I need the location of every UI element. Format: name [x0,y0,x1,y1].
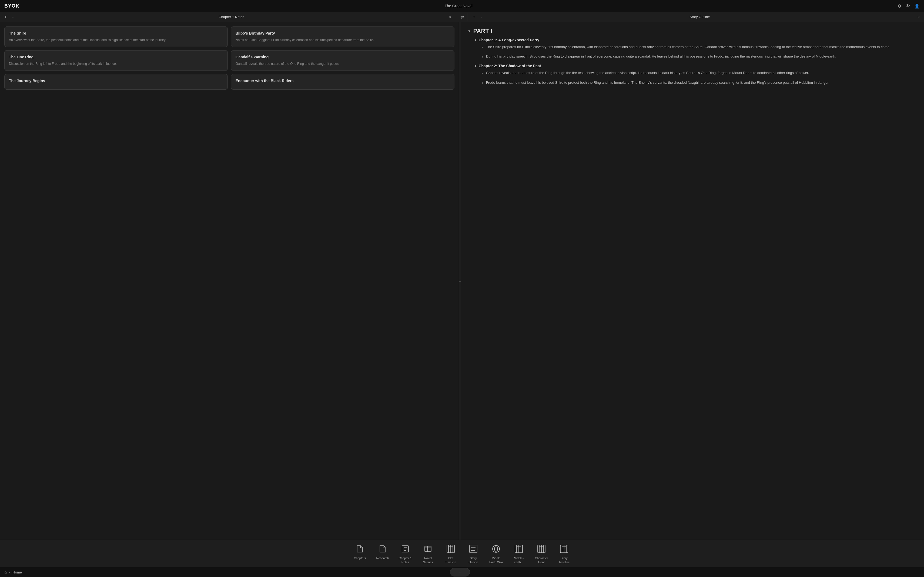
note-card-title: The Shire [9,31,223,35]
dock-label-storytimeline: Story Timeline [558,556,569,564]
bullet-text: During his birthday speech, Bilbo uses t… [486,54,836,60]
dock-label-research: Research [376,556,389,560]
note-card[interactable]: The ShireAn overview of the Shire, the p… [4,26,228,47]
topbar: BYOK The Great Novel ⚙ 👁 👤 [0,0,924,12]
chapter-triangle-icon: ▼ [474,64,477,68]
dock-item-middleearth2[interactable]: Middle- earth... [511,543,527,564]
tabbar-left: + - Chapter 1 Notes × [0,13,456,21]
statusbar-left: ⌂ ‹ Home [4,570,22,575]
outline-chapter-title: ▼Chapter 1: A Long-expected Party [474,38,918,42]
outline-bullets: •The Shire prepares for Bilbo's eleventy… [482,44,918,61]
note-card[interactable]: Gandalf's WarningGandalf reveals the tru… [231,50,455,71]
app-logo: BYOK [4,3,19,9]
dock-item-charactergear[interactable]: Character Gear [533,543,550,564]
left-tab-minus[interactable]: - [10,13,16,21]
outline-bullet: •The Shire prepares for Bilbo's eleventy… [482,44,918,51]
bullet-text: Gandalf reveals the true nature of the R… [486,70,809,76]
right-tab-minus[interactable]: - [479,13,484,21]
preview-icon[interactable]: 👁 [906,3,910,8]
right-tab-add[interactable]: + [471,13,477,21]
dock-label-plottimeline: Plot Timeline [445,556,456,564]
back-button[interactable]: ‹ [9,570,11,574]
left-tab-label: Chapter 1 Notes [17,15,446,19]
note-card-body: Notes on Bilbo Baggins' 111th birthday c… [235,37,450,42]
dock-icon-charactergear [536,543,547,554]
dock-item-middleearthwiki[interactable]: Middle Earth Wiki [488,543,504,564]
right-panel: ▼PART I▼Chapter 1: A Long-expected Party… [461,22,924,540]
dock-icon-research [377,543,388,554]
note-card-body: An overview of the Shire, the peaceful h… [9,37,223,42]
user-icon[interactable]: 👤 [914,3,920,9]
outline-part-title: ▼PART I [468,27,918,35]
dock-item-chapters[interactable]: Chapters [352,543,368,564]
right-tab-label: Story Outline [485,15,914,19]
dock-item-novelscenes[interactable]: Novel Scenes [420,543,436,564]
statusbar-center: + [22,568,898,577]
dock-label-middleearthwiki: Middle Earth Wiki [489,556,503,564]
note-card-title: Gandalf's Warning [235,55,450,59]
home-icon[interactable]: ⌂ [4,570,7,575]
dock-icon-middleearth2 [513,543,524,554]
svg-rect-1 [425,546,431,551]
chapter-title-text: Chapter 2: The Shadow of the Past [479,64,541,68]
tab-divider2 [467,13,468,21]
dock-icon-plottimeline [445,543,456,554]
note-card-title: The One Ring [9,55,223,59]
note-card[interactable]: The One RingDiscussion on the Ring left … [4,50,228,71]
tab-divider [457,13,457,21]
note-card-body: Gandalf reveals the true nature of the O… [235,61,450,66]
dock-label-chapter1notes: Chapter 1 Notes [399,556,412,564]
bullet-text: The Shire prepares for Bilbo's eleventy-… [486,44,890,50]
dock-item-storyoutline[interactable]: Story Outline [465,543,481,564]
dock-label-chapters: Chapters [354,556,366,560]
new-item-plus-icon: + [459,570,461,575]
dock-item-research[interactable]: Research [374,543,391,564]
topbar-icons: ⚙ 👁 👤 [898,3,920,9]
note-card-title: The Journey Begins [9,79,223,83]
note-card[interactable]: Bilbo's Birthday PartyNotes on Bilbo Bag… [231,26,455,47]
settings-icon[interactable]: ⚙ [898,3,901,9]
note-card[interactable]: Encounter with the Black Riders [231,74,455,90]
bullet-dot-icon: • [482,44,483,51]
chapter-title-text: Chapter 1: A Long-expected Party [479,38,539,42]
outline-bullet: •Gandalf reveals the true nature of the … [482,70,918,77]
dock-icon-storytimeline [558,543,570,554]
dock-label-charactergear: Character Gear [535,556,548,564]
triangle-down-icon: ▼ [468,29,471,33]
panel-resize-handle[interactable]: ≡ [459,22,461,540]
bullet-dot-icon: • [482,80,483,87]
dock-icon-chapter1notes [400,543,411,554]
note-card-title: Encounter with the Black Riders [235,79,450,83]
right-tab-close[interactable]: × [915,14,922,20]
dock-item-plottimeline[interactable]: Plot Timeline [443,543,459,564]
tab-swap-btn[interactable]: ⇄ [458,13,466,21]
dock-label-storyoutline: Story Outline [469,556,478,564]
left-tab-close[interactable]: × [447,14,453,20]
tabbar-right: + - Story Outline × [468,13,924,21]
left-tab-add[interactable]: + [2,13,9,21]
bottom-dock: ChaptersResearchChapter 1 NotesNovel Sce… [0,540,924,567]
part-title-text: PART I [473,27,492,35]
outline-chapter: ▼Chapter 1: A Long-expected Party•The Sh… [474,38,918,61]
outline-bullet: •During his birthday speech, Bilbo uses … [482,54,918,61]
new-item-button[interactable]: + [450,568,470,577]
dock-item-storytimeline[interactable]: Story Timeline [556,543,572,564]
dock-item-chapter1notes[interactable]: Chapter 1 Notes [397,543,413,564]
note-card-title: Bilbo's Birthday Party [235,31,450,35]
outline-chapter-title: ▼Chapter 2: The Shadow of the Past [474,64,918,68]
note-card[interactable]: The Journey Begins [4,74,228,90]
dock-icon-chapters [354,543,366,554]
note-card-body: Discussion on the Ring left to Frodo and… [9,61,223,66]
dock-label-novelscenes: Novel Scenes [423,556,433,564]
breadcrumb-path: Home [13,570,22,574]
outline-part: ▼PART I▼Chapter 1: A Long-expected Party… [468,27,918,87]
main-content: The ShireAn overview of the Shire, the p… [0,22,924,540]
chapter-triangle-icon: ▼ [474,39,477,42]
statusbar: ⌂ ‹ Home + [0,567,924,577]
left-panel: The ShireAn overview of the Shire, the p… [0,22,459,540]
dock-icon-novelscenes [422,543,434,554]
outline-chapter: ▼Chapter 2: The Shadow of the Past•Ganda… [474,64,918,87]
dock-icon-storyoutline [468,543,479,554]
outline-bullets: •Gandalf reveals the true nature of the … [482,70,918,87]
app-title: The Great Novel [445,4,472,8]
